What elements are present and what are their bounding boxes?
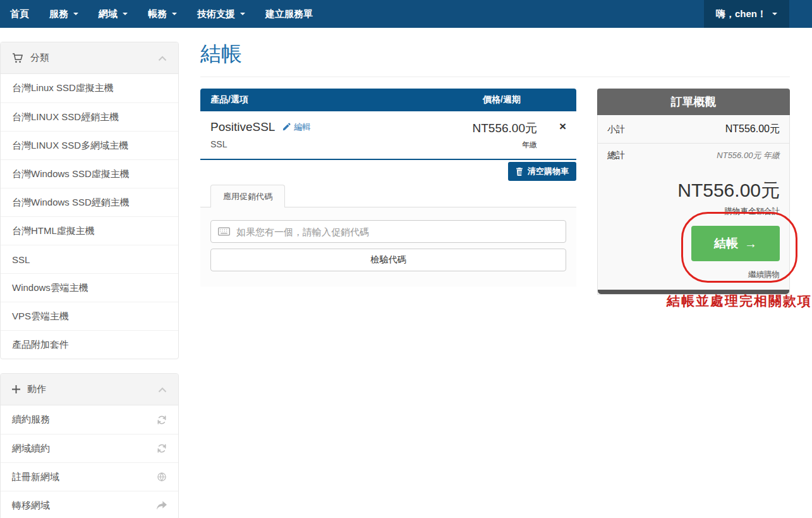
user-menu-label: 嗨，chen！ <box>716 8 767 20</box>
total-value: NT556.00元 年繳 <box>717 150 780 161</box>
actions-panel-header[interactable]: 動作 <box>1 374 178 405</box>
remove-item-button[interactable]: × <box>537 120 566 151</box>
action-label: 續約服務 <box>12 414 50 426</box>
order-summary-panel: 訂單概觀 小計 NT556.00元 總計 NT556.00元 年繳 NT556.… <box>597 89 790 295</box>
user-menu[interactable]: 嗨，chen！ <box>704 0 789 28</box>
sidebar-item-transfer-domain[interactable]: 轉移網域 <box>1 491 178 518</box>
annotation-text: 結帳並處理完相關款項 <box>667 292 812 310</box>
column-header-product: 產品/選項 <box>210 94 483 106</box>
checkout-button[interactable]: 結帳 → <box>691 226 780 261</box>
action-label: 網域續約 <box>12 443 50 455</box>
nav-item-label: 網域 <box>99 8 118 20</box>
categories-panel-header[interactable]: 分類 <box>1 42 178 74</box>
subtotal-value: NT556.00元 <box>725 123 780 136</box>
product-billing-cycle: 年繳 <box>436 140 537 151</box>
caret-down-icon <box>172 13 177 15</box>
main-content: 結帳 產品/選項 價格/週期 PositiveSSL 編輯 <box>200 40 790 295</box>
cart-section: 產品/選項 價格/週期 PositiveSSL 編輯 SSL <box>200 89 576 295</box>
title-divider <box>200 77 790 77</box>
nav-item-support[interactable]: 技術支援 <box>187 0 255 28</box>
chevron-up-icon[interactable] <box>158 384 167 395</box>
product-price: NT556.00元 <box>436 120 537 137</box>
caret-down-icon <box>73 13 78 15</box>
caret-down-icon <box>123 13 128 15</box>
sidebar-item-category[interactable]: Windows雲端主機 <box>1 273 178 302</box>
promo-code-input[interactable] <box>210 220 566 243</box>
cart-item-row: PositiveSSL 編輯 SSL NT556.00元 年繳 × <box>200 111 576 160</box>
empty-cart-button[interactable]: 清空購物車 <box>508 162 576 181</box>
total-label: 總計 <box>607 150 625 161</box>
transfer-icon <box>157 501 167 510</box>
chevron-up-icon[interactable] <box>158 52 167 63</box>
promo-code-section: 應用促銷代碼 檢驗代碼 <box>200 185 576 287</box>
actions-panel: 動作 續約服務 網域續約 註冊新網域 轉移網域 <box>0 373 179 518</box>
summary-row-total: 總計 NT556.00元 年繳 <box>598 144 789 166</box>
nav-item-services[interactable]: 服務 <box>39 0 88 28</box>
nav-item-home[interactable]: 首頁 <box>0 0 39 28</box>
categories-title: 分類 <box>30 52 49 64</box>
sidebar: 分類 台灣Linux SSD虛擬主機 台灣LINUX SSD經銷主機 台灣LIN… <box>0 42 179 518</box>
sidebar-item-category[interactable]: 台灣LINUX SSD多網域主機 <box>1 131 178 159</box>
cart-total-amount: NT556.00元 <box>607 178 780 204</box>
nav-item-label: 帳務 <box>148 8 167 20</box>
sidebar-item-category[interactable]: 台灣Linux SSD虛擬主機 <box>1 74 178 102</box>
cart-total-caption: 購物車金額合計 <box>607 206 780 217</box>
caret-down-icon <box>772 13 777 15</box>
page-title: 結帳 <box>200 40 790 66</box>
nav-item-label: 服務 <box>49 8 68 20</box>
order-summary-column: 訂單概觀 小計 NT556.00元 總計 NT556.00元 年繳 NT556.… <box>597 89 790 295</box>
top-navbar: 首頁 服務 網域 帳務 技術支援 建立服務單 嗨，chen！ <box>0 0 812 28</box>
sidebar-item-renew-domains[interactable]: 網域續約 <box>1 434 178 462</box>
sidebar-item-category[interactable]: 台灣LINUX SSD經銷主機 <box>1 102 178 131</box>
cart-icon <box>12 53 23 63</box>
edit-label: 編輯 <box>294 121 310 133</box>
tab-apply-promo-code[interactable]: 應用促銷代碼 <box>210 185 285 207</box>
arrow-right-icon: → <box>744 237 757 251</box>
continue-shopping-link[interactable]: 繼續購物 <box>607 269 780 280</box>
sidebar-item-renew-services[interactable]: 續約服務 <box>1 405 178 434</box>
checkout-label: 結帳 <box>714 235 738 252</box>
empty-cart-label: 清空購物車 <box>528 166 569 177</box>
categories-panel: 分類 台灣Linux SSD虛擬主機 台灣LINUX SSD經銷主機 台灣LIN… <box>0 42 179 359</box>
nav-item-billing[interactable]: 帳務 <box>138 0 187 28</box>
plus-icon <box>12 385 20 393</box>
caret-down-icon <box>240 13 245 15</box>
sidebar-item-category[interactable]: 台灣HTML虛擬主機 <box>1 216 178 245</box>
refresh-icon <box>157 415 167 425</box>
promo-tabs: 應用促銷代碼 <box>200 185 576 207</box>
sidebar-item-category[interactable]: 台灣Windows SSD虛擬主機 <box>1 159 178 188</box>
nav-item-open-ticket[interactable]: 建立服務單 <box>255 0 323 28</box>
edit-product-link[interactable]: 編輯 <box>282 121 310 133</box>
nav-item-label: 首頁 <box>10 8 29 20</box>
action-label: 轉移網域 <box>12 500 50 512</box>
column-header-price: 價格/週期 <box>483 94 566 106</box>
subtotal-label: 小計 <box>607 124 625 135</box>
nav-item-label: 建立服務單 <box>265 8 313 20</box>
order-summary-title: 訂單概觀 <box>597 89 790 115</box>
summary-row-subtotal: 小計 NT556.00元 <box>598 115 789 144</box>
nav-item-label: 技術支援 <box>197 8 235 20</box>
action-label: 註冊新網域 <box>12 471 59 483</box>
trash-icon <box>516 168 523 176</box>
promo-tab-content: 檢驗代碼 <box>200 207 576 287</box>
actions-title: 動作 <box>27 383 46 395</box>
cart-table-header: 產品/選項 價格/週期 <box>200 89 576 111</box>
refresh-icon <box>157 443 167 453</box>
pencil-icon <box>282 123 291 131</box>
nav-item-domains[interactable]: 網域 <box>88 0 138 28</box>
globe-icon <box>157 472 167 482</box>
sidebar-item-category[interactable]: SSL <box>1 245 178 273</box>
sidebar-item-category[interactable]: VPS雲端主機 <box>1 302 178 330</box>
sidebar-item-register-domain[interactable]: 註冊新網域 <box>1 462 178 491</box>
sidebar-item-category[interactable]: 台灣Windows SSD經銷主機 <box>1 188 178 216</box>
sidebar-item-category[interactable]: 產品附加套件 <box>1 330 178 359</box>
keyboard-icon <box>218 227 230 236</box>
product-subtitle: SSL <box>210 139 436 149</box>
product-name: PositiveSSL <box>210 120 275 134</box>
validate-code-button[interactable]: 檢驗代碼 <box>210 249 566 271</box>
